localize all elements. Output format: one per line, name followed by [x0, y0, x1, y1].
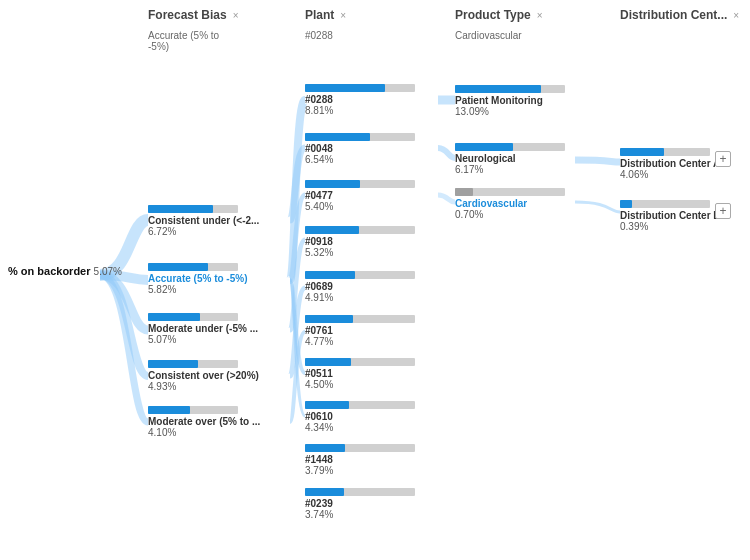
- root-node[interactable]: % on backorder 5.07%: [8, 265, 122, 277]
- plant-node-1448[interactable]: #1448 3.79%: [305, 444, 415, 476]
- pt-node-0-label: Patient Monitoring: [455, 95, 565, 106]
- forecast-bias-title: Forecast Bias: [148, 8, 227, 22]
- plant-0288-value: 8.81%: [305, 105, 415, 116]
- plant-0689-label: #0689: [305, 281, 415, 292]
- fb-node-0-label: Consistent under (<-2...: [148, 215, 259, 226]
- dc-node-1-value: 0.39%: [620, 221, 721, 232]
- fb-node-2-value: 5.07%: [148, 334, 258, 345]
- plant-node-0511[interactable]: #0511 4.50%: [305, 358, 415, 390]
- product-type-header: Product Type × Cardiovascular: [455, 8, 543, 22]
- fb-node-1-label: Accurate (5% to -5%): [148, 273, 247, 284]
- dist-center-d-expand[interactable]: +: [715, 203, 731, 219]
- plant-0610-value: 4.34%: [305, 422, 415, 433]
- plant-close[interactable]: ×: [340, 10, 346, 21]
- fb-node-1-value: 5.82%: [148, 284, 247, 295]
- fb-node-0-value: 6.72%: [148, 226, 259, 237]
- dist-center-title: Distribution Cent...: [620, 8, 727, 22]
- plant-0761-label: #0761: [305, 325, 415, 336]
- plant-node-0477[interactable]: #0477 5.40%: [305, 180, 415, 212]
- fb-node-2-label: Moderate under (-5% ...: [148, 323, 258, 334]
- plant-node-0610[interactable]: #0610 4.34%: [305, 401, 415, 433]
- plant-title: Plant: [305, 8, 334, 22]
- forecast-bias-node-1[interactable]: Accurate (5% to -5%) 5.82%: [148, 263, 247, 295]
- root-node-value: 5.07%: [94, 266, 122, 277]
- fb-node-3-label: Consistent over (>20%): [148, 370, 259, 381]
- plant-0048-label: #0048: [305, 143, 415, 154]
- fb-node-4-label: Moderate over (5% to ...: [148, 416, 260, 427]
- dc-node-0-value: 4.06%: [620, 169, 720, 180]
- plant-0689-value: 4.91%: [305, 292, 415, 303]
- forecast-bias-node-2[interactable]: Moderate under (-5% ... 5.07%: [148, 313, 258, 345]
- product-type-close[interactable]: ×: [537, 10, 543, 21]
- plant-0918-label: #0918: [305, 236, 415, 247]
- plant-0761-value: 4.77%: [305, 336, 415, 347]
- sankey-chart: Forecast Bias × Accurate (5% to -5%) Pla…: [0, 0, 750, 560]
- forecast-bias-node-4[interactable]: Moderate over (5% to ... 4.10%: [148, 406, 260, 438]
- forecast-bias-subtitle: Accurate (5% to -5%): [148, 30, 239, 52]
- fb-node-4-value: 4.10%: [148, 427, 260, 438]
- product-type-node-1[interactable]: Neurological 6.17%: [455, 143, 565, 175]
- plant-0610-label: #0610: [305, 411, 415, 422]
- pt-node-1-label: Neurological: [455, 153, 565, 164]
- plant-1448-value: 3.79%: [305, 465, 415, 476]
- plant-0288-label: #0288: [305, 94, 415, 105]
- dc-node-0-label: Distribution Center A: [620, 158, 720, 169]
- dist-center-close[interactable]: ×: [733, 10, 739, 21]
- product-type-subtitle: Cardiovascular: [455, 30, 522, 41]
- plant-0511-label: #0511: [305, 368, 415, 379]
- pt-node-2-value: 0.70%: [455, 209, 565, 220]
- forecast-bias-header: Forecast Bias × Accurate (5% to -5%): [148, 8, 239, 22]
- fb-node-3-value: 4.93%: [148, 381, 259, 392]
- plant-node-0918[interactable]: #0918 5.32%: [305, 226, 415, 258]
- dist-center-header: Distribution Cent... ×: [620, 8, 739, 22]
- plant-node-0689[interactable]: #0689 4.91%: [305, 271, 415, 303]
- pt-node-1-value: 6.17%: [455, 164, 565, 175]
- dist-center-node-0[interactable]: Distribution Center A 4.06%: [620, 148, 720, 180]
- forecast-bias-node-0[interactable]: Consistent under (<-2... 6.72%: [148, 205, 259, 237]
- plant-node-0288[interactable]: #0288 8.81%: [305, 84, 415, 116]
- plant-node-0239[interactable]: #0239 3.74%: [305, 488, 415, 520]
- dc-node-1-label: Distribution Center D: [620, 210, 721, 221]
- product-type-title: Product Type: [455, 8, 531, 22]
- plant-1448-label: #1448: [305, 454, 415, 465]
- product-type-node-2[interactable]: Cardiovascular 0.70%: [455, 188, 565, 220]
- plant-node-0761[interactable]: #0761 4.77%: [305, 315, 415, 347]
- root-node-label: % on backorder: [8, 265, 91, 277]
- forecast-bias-node-3[interactable]: Consistent over (>20%) 4.93%: [148, 360, 259, 392]
- plant-0511-value: 4.50%: [305, 379, 415, 390]
- forecast-bias-close[interactable]: ×: [233, 10, 239, 21]
- plant-header: Plant × #0288: [305, 8, 346, 22]
- product-type-node-0[interactable]: Patient Monitoring 13.09%: [455, 85, 565, 117]
- plant-0239-label: #0239: [305, 498, 415, 509]
- plant-0048-value: 6.54%: [305, 154, 415, 165]
- dist-center-node-1[interactable]: Distribution Center D 0.39%: [620, 200, 721, 232]
- plant-0477-label: #0477: [305, 190, 415, 201]
- pt-node-2-label: Cardiovascular: [455, 198, 565, 209]
- dist-center-a-expand[interactable]: +: [715, 151, 731, 167]
- plant-0477-value: 5.40%: [305, 201, 415, 212]
- plant-0239-value: 3.74%: [305, 509, 415, 520]
- plant-node-0048[interactable]: #0048 6.54%: [305, 133, 415, 165]
- plant-0918-value: 5.32%: [305, 247, 415, 258]
- pt-node-0-value: 13.09%: [455, 106, 565, 117]
- plant-subtitle: #0288: [305, 30, 333, 41]
